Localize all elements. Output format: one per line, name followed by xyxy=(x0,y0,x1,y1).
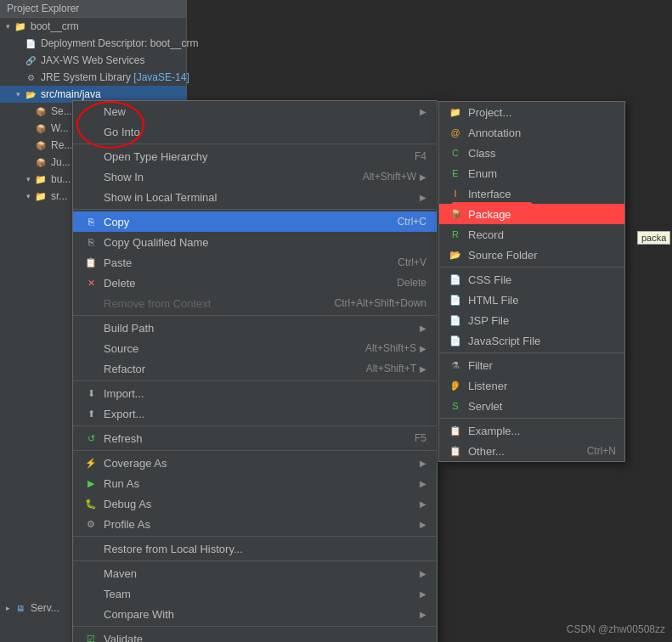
menu-item-label: Remove from Context xyxy=(104,297,318,310)
tree-item-root[interactable]: boot__crm xyxy=(0,18,186,35)
menu-item-label: Profile As xyxy=(104,518,416,531)
separator xyxy=(73,209,437,210)
submenu-item-servlet[interactable]: S Servlet xyxy=(439,396,624,416)
tree-item-label: Re... xyxy=(51,139,72,151)
html-icon: 📄 xyxy=(448,293,463,307)
menu-item-label: Run As xyxy=(104,477,416,490)
submenu-item-annotation[interactable]: @ Annotation xyxy=(439,122,624,143)
menu-item-new[interactable]: New ▶ 📁 Project... @ Annotation C Class … xyxy=(73,101,437,121)
menu-item-label: Refresh xyxy=(104,432,398,445)
menu-item-label: Delete xyxy=(104,277,380,290)
interface-icon: I xyxy=(448,187,463,200)
tree-item-label: Ju... xyxy=(51,156,71,168)
paste-icon: 📋 xyxy=(83,256,99,269)
source-icon xyxy=(83,341,99,355)
shortcut: Alt+Shift+W xyxy=(363,171,416,183)
menu-item-paste[interactable]: 📋 Paste Ctrl+V xyxy=(73,252,437,273)
menu-item-label: Coverage As xyxy=(104,457,416,470)
menu-item-source[interactable]: Source Alt+Shift+S ▶ xyxy=(73,338,437,358)
context-menu: New ▶ 📁 Project... @ Annotation C Class … xyxy=(72,100,438,642)
profile-icon: ⚙ xyxy=(83,517,99,531)
submenu-new: 📁 Project... @ Annotation C Class E Enum… xyxy=(438,101,625,462)
arrow-icon: ▶ xyxy=(420,499,426,509)
shortcut: F4 xyxy=(415,150,426,162)
submenu-item-record[interactable]: R Record xyxy=(439,224,624,245)
js-icon: 📄 xyxy=(448,334,463,347)
menu-item-profile-as[interactable]: ⚙ Profile As ▶ xyxy=(73,514,437,534)
enum-icon: E xyxy=(448,166,463,180)
menu-item-import[interactable]: ⬇ Import... xyxy=(73,383,437,403)
tree-item-label: boot__crm xyxy=(31,20,79,32)
submenu-item-other[interactable]: 📋 Other... Ctrl+N xyxy=(439,441,624,461)
menu-item-debug-as[interactable]: 🐛 Debug As ▶ xyxy=(73,493,437,514)
menu-item-open-type-hierarchy[interactable]: Open Type Hierarchy F4 xyxy=(73,146,437,166)
submenu-item-jsp[interactable]: 📄 JSP File xyxy=(439,310,624,330)
menu-item-compare-with[interactable]: Compare With ▶ xyxy=(73,604,437,624)
menu-item-copy-qualified[interactable]: ⎘ Copy Qualified Name xyxy=(73,232,437,252)
submenu-item-listener[interactable]: 👂 Listener xyxy=(439,375,624,396)
shortcut: Delete xyxy=(397,277,426,289)
submenu-item-label: JavaScript File xyxy=(468,335,616,347)
menu-item-label: Open Type Hierarchy xyxy=(104,150,398,163)
submenu-item-js[interactable]: 📄 JavaScript File xyxy=(439,330,624,351)
panel-title: Project Explorer xyxy=(0,0,186,18)
submenu-item-label: Listener xyxy=(468,380,616,392)
package-icon: 📦 xyxy=(448,207,463,221)
tree-item-jaxws[interactable]: JAX-WS Web Services xyxy=(0,52,186,69)
separator xyxy=(73,380,437,381)
menu-item-refresh[interactable]: ↺ Refresh F5 xyxy=(73,428,437,448)
submenu-item-interface[interactable]: I Interface xyxy=(439,183,624,204)
menu-item-coverage-as[interactable]: ⚡ Coverage As ▶ xyxy=(73,453,437,473)
menu-item-label: Copy xyxy=(104,216,381,228)
package-icon xyxy=(34,155,48,169)
menu-item-build-path[interactable]: Build Path ▶ xyxy=(73,318,437,338)
panel-title-label: Project Explorer xyxy=(7,3,79,14)
menu-item-label: Source xyxy=(104,342,348,355)
menu-item-label: Refactor xyxy=(104,363,349,375)
menu-item-restore-history[interactable]: Restore from Local History... xyxy=(73,538,437,559)
menu-item-label: Copy Qualified Name xyxy=(104,236,426,249)
submenu-item-filter[interactable]: ⚗ Filter xyxy=(439,355,624,375)
arrow-icon: ▶ xyxy=(420,520,426,529)
run-icon: ▶ xyxy=(83,476,99,490)
menu-item-run-as[interactable]: ▶ Run As ▶ xyxy=(73,473,437,493)
menu-item-delete[interactable]: ✕ Delete Delete xyxy=(73,273,437,293)
submenu-item-label: Annotation xyxy=(468,127,616,139)
arrow-icon: ▶ xyxy=(420,479,426,488)
submenu-item-css[interactable]: 📄 CSS File xyxy=(439,269,624,290)
submenu-item-label: Filter xyxy=(468,359,616,372)
tree-item-deployment[interactable]: Deployment Descriptor: boot__crm xyxy=(0,35,186,52)
submenu-item-source-folder[interactable]: 📂 Source Folder xyxy=(439,245,624,265)
arrow-icon: ▶ xyxy=(420,324,426,333)
jsp-icon: 📄 xyxy=(448,313,463,327)
menu-item-show-local-terminal[interactable]: Show in Local Terminal ▶ xyxy=(73,187,437,207)
shortcut: Ctrl+V xyxy=(398,256,426,268)
menu-item-team[interactable]: Team ▶ xyxy=(73,583,437,604)
submenu-item-html[interactable]: 📄 HTML File xyxy=(439,290,624,310)
submenu-item-label: Interface xyxy=(468,188,616,200)
chevron-right-icon xyxy=(3,604,12,612)
submenu-item-project[interactable]: 📁 Project... xyxy=(439,102,624,122)
menu-item-copy[interactable]: ⎘ Copy Ctrl+C xyxy=(73,211,437,232)
tree-item-jre[interactable]: JRE System Library [JavaSE-14] xyxy=(0,69,186,86)
arrow-icon: ▶ xyxy=(420,364,426,374)
menu-item-label: Show In xyxy=(104,171,346,183)
separator xyxy=(73,315,437,316)
submenu-item-package[interactable]: 📦 Package xyxy=(439,204,624,224)
gointo-icon xyxy=(83,125,99,138)
menu-item-refactor[interactable]: Refactor Alt+Shift+T ▶ xyxy=(73,358,437,379)
menu-item-maven[interactable]: Maven ▶ xyxy=(73,563,437,583)
history-icon xyxy=(83,542,99,555)
menu-item-validate[interactable]: ☑ Validate xyxy=(73,628,437,642)
package-icon xyxy=(34,138,48,152)
menu-item-export[interactable]: ⬆ Export... xyxy=(73,403,437,424)
menu-item-gointo[interactable]: Go Into xyxy=(73,121,437,142)
menu-item-label: Debug As xyxy=(104,498,416,510)
menu-item-show-in[interactable]: Show In Alt+Shift+W ▶ xyxy=(73,166,437,187)
submenu-item-enum[interactable]: E Enum xyxy=(439,163,624,183)
jre-icon xyxy=(24,70,37,84)
submenu-item-example[interactable]: 📋 Example... xyxy=(439,420,624,441)
arrow-icon: ▶ xyxy=(420,193,426,202)
submenu-item-class[interactable]: C Class xyxy=(439,143,624,163)
arrow-icon: ▶ xyxy=(420,344,426,353)
